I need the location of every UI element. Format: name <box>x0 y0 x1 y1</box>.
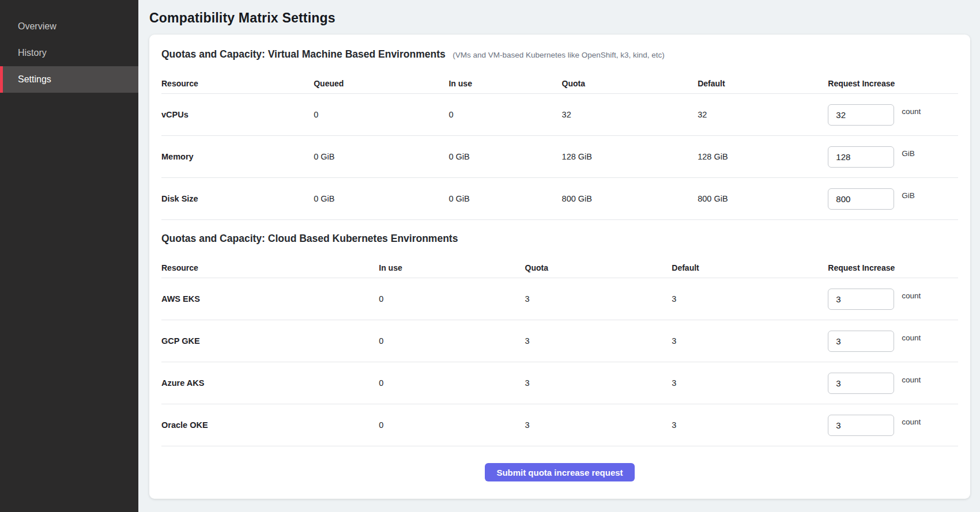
unit-label: count <box>902 376 921 384</box>
request-increase-cell: GiB <box>828 146 947 168</box>
vm-quota-table: Resource Queued In use Quota Default Req… <box>161 73 958 220</box>
table-row-gcp-gke: GCP GKE 0 3 3 count <box>161 320 958 362</box>
column-header-in-use: In use <box>448 79 561 88</box>
vm-section-header: Quotas and Capacity: Virtual Machine Bas… <box>161 48 958 60</box>
table-row-aws-eks: AWS EKS 0 3 3 count <box>161 278 958 320</box>
in-use-value: 0 <box>379 336 525 346</box>
column-header-default: Default <box>698 79 828 88</box>
resource-label: Disk Size <box>161 194 314 203</box>
disk-size-request-input[interactable] <box>828 188 894 210</box>
memory-request-input[interactable] <box>828 146 894 168</box>
unit-label: count <box>902 107 921 116</box>
unit-label: count <box>902 291 921 300</box>
resource-label: AWS EKS <box>161 294 379 304</box>
vcpus-request-input[interactable] <box>828 104 894 126</box>
gcp-gke-request-input[interactable] <box>828 331 894 352</box>
table-row-azure-aks: Azure AKS 0 3 3 count <box>161 362 958 404</box>
in-use-value: 0 GiB <box>448 194 561 203</box>
table-row-disk-size: Disk Size 0 GiB 0 GiB 800 GiB 800 GiB Gi… <box>161 178 958 220</box>
default-value: 32 <box>698 110 828 119</box>
vm-section-title: Quotas and Capacity: Virtual Machine Bas… <box>161 48 446 60</box>
column-header-resource: Resource <box>161 263 379 272</box>
request-increase-cell: count <box>828 373 947 394</box>
column-header-default: Default <box>672 263 828 272</box>
vm-section-subtitle: (VMs and VM-based Kubernetes like OpenSh… <box>453 51 665 59</box>
column-header-quota: Quota <box>562 79 698 88</box>
cloud-section-header: Quotas and Capacity: Cloud Based Kuberne… <box>161 233 958 245</box>
quota-value: 128 GiB <box>562 152 698 161</box>
request-increase-cell: count <box>828 289 947 310</box>
cloud-section-title: Quotas and Capacity: Cloud Based Kuberne… <box>161 233 458 244</box>
resource-label: vCPUs <box>161 110 314 119</box>
main-content: Compatibility Matrix Settings Quotas and… <box>138 0 980 512</box>
sidebar: Overview History Settings <box>0 0 138 512</box>
quota-value: 3 <box>525 378 672 388</box>
oracle-oke-request-input[interactable] <box>828 415 894 436</box>
request-increase-cell: GiB <box>828 188 947 210</box>
in-use-value: 0 <box>448 110 561 119</box>
in-use-value: 0 <box>379 294 525 304</box>
azure-aks-request-input[interactable] <box>828 373 894 394</box>
resource-label: GCP GKE <box>161 336 379 346</box>
default-value: 3 <box>672 378 828 388</box>
resource-label: Oracle OKE <box>161 420 379 430</box>
request-increase-cell: count <box>828 104 947 126</box>
cloud-quota-table: Resource In use Quota Default Request In… <box>161 257 958 446</box>
unit-label: count <box>902 418 921 426</box>
default-value: 3 <box>672 294 828 304</box>
default-value: 3 <box>672 336 828 346</box>
resource-label: Memory <box>161 152 314 161</box>
aws-eks-request-input[interactable] <box>828 289 894 310</box>
unit-label: count <box>902 333 921 342</box>
unit-label: GiB <box>902 191 915 200</box>
submit-quota-increase-button[interactable]: Submit quota increase request <box>485 463 634 481</box>
table-row-memory: Memory 0 GiB 0 GiB 128 GiB 128 GiB GiB <box>161 136 958 178</box>
in-use-value: 0 <box>379 420 525 430</box>
vm-table-header-row: Resource Queued In use Quota Default Req… <box>161 73 958 94</box>
queued-value: 0 GiB <box>314 194 448 203</box>
quota-value: 32 <box>562 110 698 119</box>
column-header-in-use: In use <box>379 263 525 272</box>
request-increase-cell: count <box>828 415 947 436</box>
table-row-vcpus: vCPUs 0 0 32 32 count <box>161 94 958 136</box>
quota-value: 3 <box>525 336 672 346</box>
sidebar-item-settings[interactable]: Settings <box>0 66 138 93</box>
default-value: 800 GiB <box>698 194 828 203</box>
column-header-request-increase: Request Increase <box>828 79 947 88</box>
column-header-queued: Queued <box>314 79 448 88</box>
column-header-quota: Quota <box>525 263 672 272</box>
footer-row: Submit quota increase request <box>161 446 958 481</box>
queued-value: 0 GiB <box>314 152 448 161</box>
quota-value: 3 <box>525 420 672 430</box>
quota-value: 800 GiB <box>562 194 698 203</box>
cloud-table-header-row: Resource In use Quota Default Request In… <box>161 257 958 278</box>
sidebar-item-overview[interactable]: Overview <box>0 13 138 40</box>
quota-value: 3 <box>525 294 672 304</box>
default-value: 3 <box>672 420 828 430</box>
column-header-request-increase: Request Increase <box>828 263 947 272</box>
default-value: 128 GiB <box>698 152 828 161</box>
column-header-resource: Resource <box>161 79 314 88</box>
page-title: Compatibility Matrix Settings <box>149 10 970 26</box>
unit-label: GiB <box>902 149 915 158</box>
in-use-value: 0 GiB <box>448 152 561 161</box>
table-row-oracle-oke: Oracle OKE 0 3 3 count <box>161 404 958 446</box>
queued-value: 0 <box>314 110 448 119</box>
sidebar-item-history[interactable]: History <box>0 40 138 66</box>
request-increase-cell: count <box>828 331 947 352</box>
settings-card: Quotas and Capacity: Virtual Machine Bas… <box>149 35 970 499</box>
resource-label: Azure AKS <box>161 378 379 388</box>
in-use-value: 0 <box>379 378 525 388</box>
